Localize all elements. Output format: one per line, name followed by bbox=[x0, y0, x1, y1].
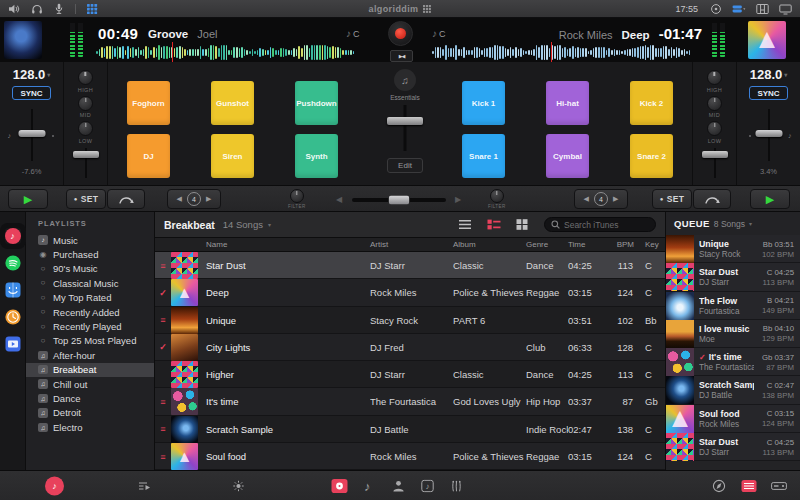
sample-pad-hi-hat[interactable]: Hi-hat bbox=[546, 81, 589, 125]
keyboard-icon[interactable] bbox=[756, 3, 769, 15]
sidebar-item-detroit[interactable]: ♫Detroit bbox=[26, 406, 154, 420]
sample-pad-dj[interactable]: DJ bbox=[127, 134, 170, 178]
chevron-down-icon[interactable]: ▾ bbox=[749, 220, 752, 227]
sample-pad-siren[interactable]: Siren bbox=[211, 134, 254, 178]
playlist-title[interactable]: Breakbeat bbox=[164, 219, 215, 231]
sidebar-item-dance[interactable]: ♫Dance bbox=[26, 391, 154, 405]
queue-item-star-dust[interactable]: Star DustDJ StarrC 04:25113 BPM bbox=[666, 433, 800, 461]
track-list-toggle-icon[interactable] bbox=[741, 479, 757, 492]
tab-songs-icon[interactable]: ♪ bbox=[364, 478, 371, 493]
deck-b-loop-length[interactable]: 4 bbox=[594, 192, 608, 206]
queue-item-soul-food[interactable]: Soul foodRock MilesC 03:15124 BPM bbox=[666, 405, 800, 433]
sidebar-item-electro[interactable]: ♫Electro bbox=[26, 420, 154, 434]
loop-decrease-icon[interactable]: ◀ bbox=[177, 195, 182, 203]
deck-a-loop-length[interactable]: 4 bbox=[187, 192, 201, 206]
source-files-icon[interactable] bbox=[5, 282, 21, 298]
deck-a-volume-fader[interactable] bbox=[71, 148, 101, 178]
sample-pad-foghorn[interactable]: Foghorn bbox=[127, 81, 170, 125]
sampler-volume-slider[interactable] bbox=[386, 105, 424, 151]
deck-b-loop-control[interactable]: ◀ 4 ▶ bbox=[574, 189, 628, 209]
deck-b-bpm[interactable]: 128.0▾ bbox=[750, 67, 788, 82]
queue-item-i-love-music[interactable]: I love musicMoeBb 04:10129 BPM bbox=[666, 320, 800, 348]
table-row-it-s-time[interactable]: ≡It's timeThe FourtasticaGod Loves UglyH… bbox=[155, 388, 665, 415]
tab-artists-icon[interactable] bbox=[392, 479, 405, 492]
brightness-icon[interactable] bbox=[232, 479, 245, 492]
mic-icon[interactable] bbox=[53, 3, 65, 15]
sidebar-item-classical-music[interactable]: ○Classical Music bbox=[26, 276, 154, 290]
sampler-volume-handle[interactable] bbox=[387, 117, 423, 125]
sidebar-item-top-25-most-played[interactable]: ○Top 25 Most Played bbox=[26, 334, 154, 348]
queue-item-star-dust[interactable]: Star DustDJ StarrC 04:25113 BPM bbox=[666, 263, 800, 291]
volume-fader-handle[interactable] bbox=[73, 151, 99, 158]
deck-b-volume-fader[interactable] bbox=[700, 148, 730, 178]
loop-increase-icon[interactable]: ▶ bbox=[613, 195, 618, 203]
deck-b-eq-mid-knob[interactable] bbox=[707, 96, 722, 111]
record-target-icon[interactable] bbox=[710, 3, 722, 15]
tab-playlists-icon[interactable]: ♪ bbox=[421, 479, 434, 492]
deck-b-sync-button[interactable]: SYNC bbox=[749, 86, 787, 100]
sidebar-item-chill-out[interactable]: ♫Chill out bbox=[26, 377, 154, 391]
crossfader-handle[interactable] bbox=[388, 195, 410, 206]
deck-a-bpm[interactable]: 128.0▾ bbox=[13, 67, 51, 82]
sidebar-item-purchased[interactable]: ◉Purchased bbox=[26, 247, 154, 261]
column-header-artist[interactable]: Artist bbox=[370, 240, 453, 249]
volume-fader-handle[interactable] bbox=[702, 151, 728, 158]
column-header-row[interactable]: NameArtistAlbumGenreTimeBPMKey bbox=[155, 238, 665, 252]
deck-a-pitch-slider[interactable]: ♪ bbox=[10, 109, 54, 161]
table-row-deep[interactable]: ✓DeepRock MilesPolice & ThievesReggae03:… bbox=[155, 279, 665, 306]
queue-item-the-flow[interactable]: The FlowFourtasticaB 04:21149 BPM bbox=[666, 292, 800, 320]
deck-a-sync-button[interactable]: SYNC bbox=[12, 86, 50, 100]
deck-b-cue-jump-button[interactable] bbox=[693, 189, 731, 209]
sidebar-item-after-hour[interactable]: ♫After-hour bbox=[26, 348, 154, 362]
deck-a-eq-high-knob[interactable] bbox=[78, 70, 93, 85]
column-header-album[interactable]: Album bbox=[453, 240, 526, 249]
view-layout-icon[interactable] bbox=[732, 3, 746, 15]
column-header-name[interactable]: Name bbox=[201, 240, 370, 249]
deck-b-cue-set-button[interactable]: ●SET bbox=[652, 189, 692, 209]
transition-icon[interactable]: ▶◀ bbox=[390, 50, 413, 62]
source-videos-icon[interactable] bbox=[5, 336, 21, 352]
sample-pad-kick-1[interactable]: Kick 1 bbox=[462, 81, 505, 125]
loop-decrease-icon[interactable]: ◀ bbox=[584, 195, 589, 203]
sidebar-item-breakbeat[interactable]: ♫Breakbeat bbox=[26, 363, 154, 377]
column-header-key[interactable]: Key bbox=[642, 240, 665, 249]
loop-increase-icon[interactable]: ▶ bbox=[206, 195, 211, 203]
sample-pad-cymbal[interactable]: Cymbal bbox=[546, 134, 589, 178]
chevron-down-icon[interactable]: ▾ bbox=[268, 221, 271, 228]
view-grid-icon[interactable] bbox=[516, 219, 528, 230]
pitch-slider-handle[interactable] bbox=[755, 130, 782, 137]
sidebar-item-recently-played[interactable]: ○Recently Played bbox=[26, 319, 154, 333]
tab-genres-icon[interactable] bbox=[450, 479, 463, 492]
deck-a-waveform[interactable] bbox=[96, 45, 358, 60]
table-row-star-dust[interactable]: ≡Star DustDJ StarrClassicDance04:25113C bbox=[155, 252, 665, 279]
sample-pad-gunshot[interactable]: Gunshot bbox=[211, 81, 254, 125]
browse-compass-icon[interactable] bbox=[712, 479, 726, 493]
edit-button[interactable]: Edit bbox=[387, 158, 423, 173]
deck-b-waveform[interactable] bbox=[432, 45, 700, 60]
source-spotify-icon[interactable] bbox=[5, 255, 21, 271]
pads-grid-icon[interactable] bbox=[86, 3, 98, 15]
queue-item-scratch-sample[interactable]: Scratch SampleDJ BattleC 02:47138 BPM bbox=[666, 376, 800, 404]
automix-icon[interactable] bbox=[138, 480, 152, 492]
display-icon[interactable] bbox=[779, 3, 792, 15]
sample-pad-pushdown[interactable]: Pushdown bbox=[295, 81, 338, 125]
crossfader[interactable] bbox=[352, 198, 446, 202]
search-input[interactable] bbox=[564, 220, 649, 230]
sample-pad-snare-2[interactable]: Snare 2 bbox=[630, 134, 673, 178]
deck-a-filter-knob[interactable] bbox=[290, 189, 304, 203]
deck-b-filter-knob[interactable] bbox=[490, 189, 504, 203]
sidebar-item-90-s-music[interactable]: ○90's Music bbox=[26, 262, 154, 276]
deck-b-eq-low-knob[interactable] bbox=[707, 121, 722, 136]
column-header-time[interactable]: Time bbox=[568, 240, 608, 249]
table-row-scratch-sample[interactable]: ≡Scratch SampleDJ BattleIndie Rock02:471… bbox=[155, 416, 665, 443]
volume-icon[interactable] bbox=[8, 3, 21, 15]
sample-pack-icon[interactable]: ♫ bbox=[394, 69, 416, 91]
deck-a-loop-control[interactable]: ◀ 4 ▶ bbox=[167, 189, 221, 209]
sample-pad-synth[interactable]: Synth bbox=[295, 134, 338, 178]
deck-a-cue-jump-button[interactable] bbox=[107, 189, 145, 209]
sidebar-item-music[interactable]: ♪Music bbox=[26, 233, 154, 247]
column-header-genre[interactable]: Genre bbox=[526, 240, 568, 249]
queue-item-it-s-time[interactable]: ✓It's timeThe FourtasticaGb 03:3787 BPM bbox=[666, 348, 800, 376]
table-row-city-lights[interactable]: ✓City LightsDJ FredClub06:33128C bbox=[155, 334, 665, 361]
deck-a-cue-set-button[interactable]: ●SET bbox=[66, 189, 106, 209]
